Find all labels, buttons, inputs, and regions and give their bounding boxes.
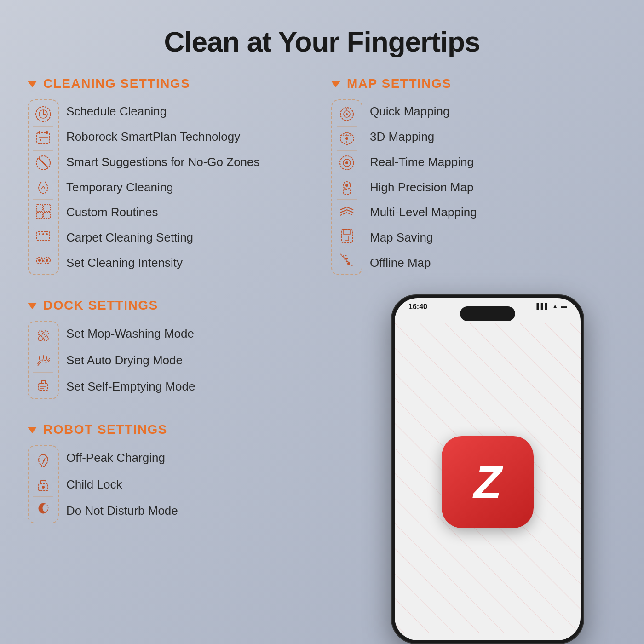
- svg-point-37: [345, 161, 348, 164]
- left-column: CLEANING SETTINGS: [28, 76, 313, 523]
- realtime-mapping-label: Real-Time Mapping: [370, 152, 477, 172]
- map-settings-icons: [331, 99, 362, 275]
- z-app-icon[interactable]: Z: [442, 436, 534, 528]
- 3d-mapping-icon: [337, 128, 357, 149]
- svg-point-24: [44, 336, 48, 341]
- schedule-cleaning-label: Schedule Cleaning: [66, 102, 260, 121]
- robot-settings-section: ROBOT SETTINGS: [28, 422, 313, 523]
- svg-rect-41: [343, 230, 351, 234]
- offline-map-icon: [337, 250, 357, 270]
- cleaning-settings-icons: [28, 99, 59, 275]
- right-column: MAP SETTINGS: [331, 76, 616, 523]
- svg-point-14: [39, 233, 40, 235]
- phone-status-bar: 16:40 ▌▌▌ ▲ ▬: [395, 298, 581, 323]
- cleaning-settings-chevron[interactable]: [28, 81, 37, 87]
- schedule-cleaning-icon: [33, 104, 53, 124]
- cleaning-settings-title: CLEANING SETTINGS: [43, 76, 190, 91]
- wifi-icon: ▲: [552, 303, 558, 310]
- svg-point-20: [46, 259, 48, 262]
- battery-icon: ▬: [561, 303, 567, 310]
- svg-point-34: [345, 137, 348, 140]
- svg-point-29: [42, 486, 45, 489]
- svg-rect-4: [46, 131, 48, 134]
- dock-settings-section: DOCK SETTINGS: [28, 298, 313, 399]
- dock-settings-title: DOCK SETTINGS: [43, 298, 158, 313]
- multi-level-mapping-label: Multi-Level Mapping: [370, 202, 477, 222]
- multi-level-mapping-icon: [337, 201, 357, 222]
- cleaning-settings-text: Schedule Cleaning Roborock SmartPlan Tec…: [66, 99, 260, 275]
- page-title: Clean at Your Fingertips: [0, 0, 644, 76]
- self-emptying-label: Set Self-Emptying Mode: [66, 377, 195, 397]
- svg-line-44: [340, 254, 353, 267]
- offline-map-label: Offline Map: [370, 253, 477, 273]
- svg-rect-9: [36, 205, 43, 211]
- cleaning-intensity-label: Set Cleaning Intensity: [66, 253, 260, 273]
- svg-rect-3: [39, 131, 40, 134]
- robot-settings-title: ROBOT SETTINGS: [43, 422, 167, 437]
- child-lock-label: Child Lock: [66, 475, 178, 494]
- dock-settings-icons: [28, 321, 59, 399]
- svg-rect-25: [39, 384, 48, 390]
- off-peak-charging-label: Off-Peak Charging: [66, 448, 178, 468]
- svg-point-19: [38, 259, 41, 262]
- mop-washing-icon: [33, 326, 53, 346]
- robot-settings-icons: [28, 445, 59, 523]
- cleaning-settings-section: CLEANING SETTINGS: [28, 76, 313, 275]
- phone-content: Z: [395, 323, 581, 640]
- high-precision-map-label: High Precision Map: [370, 178, 477, 197]
- map-settings-chevron[interactable]: [331, 81, 340, 87]
- dock-settings-text: Set Mop-Washing Mode Set Auto Drying Mod…: [66, 321, 195, 399]
- do-not-disturb-icon: [33, 499, 53, 519]
- signal-icon: ▌▌▌: [536, 303, 549, 310]
- temporary-cleaning-icon: [33, 177, 53, 197]
- map-settings-section: MAP SETTINGS: [331, 76, 616, 275]
- phone-frame: 16:40 ▌▌▌ ▲ ▬: [391, 294, 584, 644]
- svg-rect-10: [44, 205, 50, 211]
- svg-point-15: [42, 233, 44, 235]
- svg-point-23: [38, 336, 43, 341]
- svg-rect-42: [345, 236, 349, 241]
- svg-point-32: [346, 113, 348, 115]
- 3d-mapping-label: 3D Mapping: [370, 127, 477, 147]
- auto-drying-icon: [33, 350, 53, 370]
- quick-mapping-icon: [337, 104, 357, 124]
- quick-mapping-label: Quick Mapping: [370, 102, 477, 121]
- map-settings-text: Quick Mapping 3D Mapping Real-Time Mappi…: [370, 99, 477, 275]
- phone-time: 16:40: [408, 303, 427, 311]
- phone-status-icons: ▌▌▌ ▲ ▬: [536, 303, 567, 310]
- svg-rect-11: [36, 212, 43, 218]
- svg-rect-12: [44, 212, 50, 218]
- no-go-zones-icon: [33, 153, 53, 173]
- carpet-cleaning-label: Carpet Cleaning Setting: [66, 228, 260, 247]
- svg-rect-6: [40, 139, 41, 141]
- cleaning-intensity-icon: [33, 250, 53, 270]
- svg-line-8: [39, 158, 48, 167]
- smartplan-icon: [33, 128, 53, 149]
- self-emptying-icon: [33, 374, 53, 395]
- phone-screen: 16:40 ▌▌▌ ▲ ▬: [395, 298, 581, 640]
- carpet-cleaning-icon: [33, 226, 53, 246]
- custom-routines-label: Custom Routines: [66, 202, 260, 222]
- z-letter: Z: [473, 459, 501, 505]
- mop-washing-label: Set Mop-Washing Mode: [66, 324, 195, 344]
- dock-settings-chevron[interactable]: [28, 303, 37, 309]
- svg-point-39: [345, 184, 348, 187]
- child-lock-icon: [33, 474, 53, 494]
- custom-routines-icon: [33, 201, 53, 222]
- phone-mockup: 16:40 ▌▌▌ ▲ ▬: [354, 276, 621, 644]
- svg-point-22: [44, 331, 48, 335]
- robot-settings-text: Off-Peak Charging Child Lock Do Not Dist…: [66, 445, 178, 523]
- svg-point-16: [46, 233, 48, 235]
- map-saving-icon: [337, 226, 357, 246]
- map-saving-label: Map Saving: [370, 228, 477, 247]
- temporary-cleaning-label: Temporary Cleaning: [66, 178, 260, 197]
- svg-rect-2: [37, 133, 50, 143]
- smartplan-label: Roborock SmartPlan Technology: [66, 127, 260, 147]
- robot-settings-chevron[interactable]: [28, 427, 37, 433]
- map-settings-title: MAP SETTINGS: [347, 76, 452, 91]
- no-go-zones-label: Smart Suggestions for No-Go Zones: [66, 152, 260, 172]
- auto-drying-label: Set Auto Drying Mode: [66, 351, 195, 370]
- off-peak-charging-icon: [33, 450, 53, 470]
- do-not-disturb-label: Do Not Disturb Mode: [66, 501, 178, 521]
- realtime-mapping-icon: [337, 153, 357, 173]
